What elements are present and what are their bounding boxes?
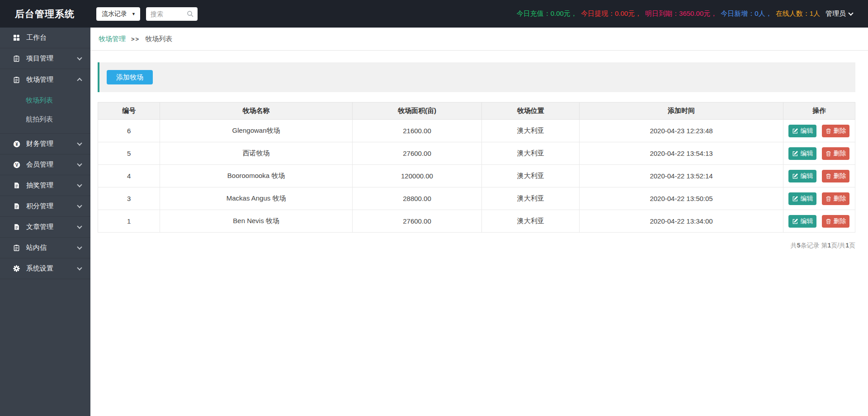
breadcrumb-section-link[interactable]: 牧场管理	[99, 35, 126, 43]
svg-text:¥: ¥	[15, 141, 18, 146]
search-icon	[187, 10, 194, 18]
add-ranch-button[interactable]: 添加牧场	[107, 70, 153, 84]
cell-id: 4	[98, 165, 160, 187]
table-row: 1 Ben Nevis 牧场 27600.00 澳大利亚 2020-04-22 …	[98, 210, 855, 233]
toolbar-panel: 添加牧场	[98, 62, 855, 92]
document-icon	[13, 182, 20, 189]
select-value: 流水记录	[102, 10, 132, 18]
sidebar-item-ranch-management[interactable]: 牧场管理	[0, 69, 90, 90]
stat-online-users: 在线人数：1人	[776, 9, 820, 18]
svg-text:V: V	[15, 162, 18, 167]
sidebar-item-finance[interactable]: ¥ 财务管理	[0, 134, 90, 154]
trash-icon	[826, 150, 831, 157]
ranch-submenu: 牧场列表 航拍列表	[0, 90, 90, 133]
edit-icon	[792, 173, 798, 179]
col-header-id: 编号	[98, 103, 160, 120]
cell-time: 2020-04-23 12:23:48	[580, 120, 783, 142]
delete-button[interactable]: 删除	[822, 147, 849, 160]
cell-actions: 编辑 删除	[783, 187, 855, 210]
cell-time: 2020-04-22 13:54:13	[580, 142, 783, 165]
gear-icon	[13, 265, 20, 272]
edit-button[interactable]: 编辑	[788, 192, 816, 205]
edit-button[interactable]: 编辑	[788, 170, 816, 182]
col-header-name: 牧场名称	[160, 103, 352, 120]
stat-recharge-today: 今日充值：0.00元，	[517, 9, 577, 18]
sidebar-item-articles[interactable]: 文章管理	[0, 217, 90, 238]
main-content: 牧场管理 >> 牧场列表 添加牧场 编号 牧场名称 牧场面积(亩) 牧场位置 添…	[90, 28, 868, 416]
admin-menu[interactable]: 管理员	[826, 9, 853, 18]
col-header-time: 添加时间	[580, 103, 783, 120]
cell-location: 澳大利亚	[482, 210, 580, 233]
col-header-actions: 操作	[783, 103, 855, 120]
edit-icon	[792, 196, 798, 202]
cell-name: Glengowan牧场	[160, 120, 352, 142]
admin-label: 管理员	[826, 9, 846, 18]
sidebar-item-workbench[interactable]: 工作台	[0, 28, 90, 48]
cell-id: 6	[98, 120, 160, 142]
stat-withdraw-today: 今日提现：0.00元，	[581, 9, 642, 18]
cell-area: 27600.00	[352, 210, 481, 233]
document-icon	[13, 203, 20, 210]
sidebar-item-points[interactable]: 积分管理	[0, 196, 90, 217]
cell-id: 5	[98, 142, 160, 165]
cell-actions: 编辑 删除	[783, 210, 855, 233]
stat-due-tomorrow: 明日到期：3650.00元，	[645, 9, 717, 18]
ranch-table-wrap: 编号 牧场名称 牧场面积(亩) 牧场位置 添加时间 操作 6 Glengowan…	[98, 102, 855, 233]
sidebar-item-project-management[interactable]: 项目管理	[0, 48, 90, 69]
cell-actions: 编辑 删除	[783, 165, 855, 187]
sidebar-item-members[interactable]: V 会员管理	[0, 154, 90, 175]
header-stats: 今日充值：0.00元， 今日提现：0.00元， 明日到期：3650.00元， 今…	[513, 9, 868, 18]
delete-button[interactable]: 删除	[822, 125, 849, 137]
cell-area: 21600.00	[352, 120, 481, 142]
delete-button[interactable]: 删除	[822, 170, 849, 182]
chevron-down-icon	[848, 10, 853, 15]
cell-name: Mackas Angus 牧场	[160, 187, 352, 210]
trash-icon	[826, 196, 831, 202]
clipboard-icon	[13, 55, 20, 62]
sidebar-group-ranch: 牧场管理 牧场列表 航拍列表	[0, 69, 90, 134]
table-row: 4 Booroomooka 牧场 120000.00 澳大利亚 2020-04-…	[98, 165, 855, 187]
cell-actions: 编辑 删除	[783, 120, 855, 142]
ranch-table: 编号 牧场名称 牧场面积(亩) 牧场位置 添加时间 操作 6 Glengowan…	[98, 102, 855, 233]
sidebar-item-messages[interactable]: 站内信	[0, 238, 90, 258]
table-header-row: 编号 牧场名称 牧场面积(亩) 牧场位置 添加时间 操作	[98, 103, 855, 120]
cell-actions: 编辑 删除	[783, 142, 855, 165]
edit-button[interactable]: 编辑	[788, 215, 816, 228]
cell-location: 澳大利亚	[482, 142, 580, 165]
edit-button[interactable]: 编辑	[788, 147, 816, 160]
table-row: 5 西诺牧场 27600.00 澳大利亚 2020-04-22 13:54:13…	[98, 142, 855, 165]
chevron-down-icon	[77, 244, 82, 249]
cell-location: 澳大利亚	[482, 165, 580, 187]
trash-icon	[826, 218, 831, 224]
sidebar-item-ranch-list[interactable]: 牧场列表	[0, 91, 90, 110]
cell-name: Booroomooka 牧场	[160, 165, 352, 187]
cell-location: 澳大利亚	[482, 120, 580, 142]
search-box	[146, 7, 198, 21]
chevron-up-icon	[77, 78, 82, 83]
clipboard-icon	[13, 76, 20, 83]
cell-name: 西诺牧场	[160, 142, 352, 165]
record-type-select[interactable]: 流水记录 ▼	[96, 7, 140, 21]
v-circle-icon: V	[13, 161, 20, 168]
sidebar-item-aerial-list[interactable]: 航拍列表	[0, 110, 90, 129]
delete-button[interactable]: 删除	[822, 215, 849, 228]
chevron-down-icon	[77, 161, 82, 166]
trash-icon	[826, 173, 831, 179]
cell-area: 120000.00	[352, 165, 481, 187]
document-icon	[13, 224, 20, 230]
breadcrumb-separator: >>	[131, 36, 140, 42]
dashboard-icon	[13, 34, 20, 41]
sidebar-item-lottery[interactable]: 抽奖管理	[0, 175, 90, 196]
search-input[interactable]	[151, 10, 183, 18]
chevron-down-icon	[77, 182, 82, 187]
col-header-location: 牧场位置	[482, 103, 580, 120]
edit-button[interactable]: 编辑	[788, 125, 816, 137]
table-row: 6 Glengowan牧场 21600.00 澳大利亚 2020-04-23 1…	[98, 120, 855, 142]
breadcrumb: 牧场管理 >> 牧场列表	[90, 28, 868, 51]
cell-name: Ben Nevis 牧场	[160, 210, 352, 233]
stat-new-today: 今日新增：0人，	[721, 9, 772, 18]
app-title: 后台管理系统	[0, 8, 90, 20]
col-header-area: 牧场面积(亩)	[352, 103, 481, 120]
delete-button[interactable]: 删除	[822, 192, 849, 205]
sidebar-item-settings[interactable]: 系统设置	[0, 258, 90, 279]
